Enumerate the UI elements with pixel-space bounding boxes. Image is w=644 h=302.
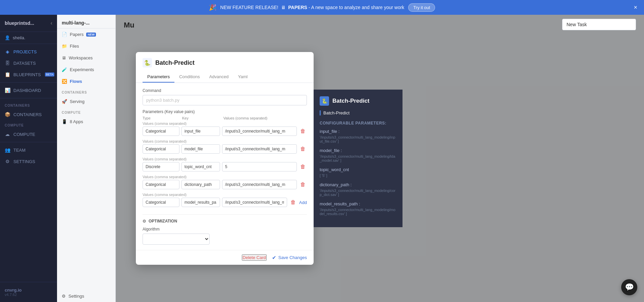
right-panel-python-icon: 🐍 bbox=[320, 96, 329, 106]
sidebar-item-datasets[interactable]: 🗄 DATASETS bbox=[0, 57, 57, 69]
optimization-collapse-icon: ⊙ bbox=[143, 219, 146, 223]
apps-label: 8 Apps bbox=[70, 119, 83, 124]
delete-card-button[interactable]: Delete Card bbox=[242, 254, 266, 261]
projects-icon: ◈ bbox=[5, 49, 10, 54]
dashboard-icon: 📊 bbox=[5, 88, 10, 93]
param-3-key-input[interactable] bbox=[181, 180, 220, 189]
param-row-3: Values (comma separated) CategoricalDisc… bbox=[143, 175, 307, 189]
second-sidebar-item-papers[interactable]: 📄 Papers NEW bbox=[57, 29, 115, 40]
param-3-type-select[interactable]: CategoricalDiscreteContinuous bbox=[143, 180, 179, 189]
config-param-0-name: input_file : bbox=[320, 129, 396, 134]
sidebar-label-datasets: DATASETS bbox=[13, 61, 36, 66]
param-3-delete-icon[interactable]: 🗑 bbox=[299, 181, 307, 188]
workspaces-icon: 🖥 bbox=[62, 55, 66, 60]
param-0-delete-icon[interactable]: 🗑 bbox=[299, 128, 307, 135]
param-row-0-values-label: Values (comma separated) bbox=[143, 121, 307, 125]
config-param-1-name: model_file : bbox=[320, 148, 396, 153]
sidebar-label-blueprints: BLUEPRINTS bbox=[13, 72, 41, 77]
sidebar-item-containers[interactable]: 📦 CONTAINERS bbox=[0, 109, 57, 120]
config-param-2-name: topic_word_cnt bbox=[320, 167, 396, 172]
sidebar-item-compute[interactable]: ☁ COMPUTE bbox=[0, 129, 57, 140]
config-param-2-value: [ '5' ] bbox=[320, 173, 396, 178]
chat-button[interactable]: 💬 bbox=[621, 279, 637, 295]
param-4-key-input[interactable] bbox=[181, 198, 220, 207]
optimization-section: ⊙ OPTIMIZATION Algorithm bbox=[143, 214, 307, 245]
param-4-val-input[interactable] bbox=[222, 198, 287, 207]
param-0-key-input[interactable] bbox=[181, 127, 220, 136]
param-row-2-values-label: Values (comma separated) bbox=[143, 157, 307, 161]
papers-label: Papers bbox=[70, 32, 84, 37]
param-row-4-values-label: Values (comma separated) bbox=[143, 193, 307, 197]
sidebar-item-settings[interactable]: ⚙ SETTINGS bbox=[0, 156, 57, 167]
param-1-delete-icon[interactable]: 🗑 bbox=[299, 145, 307, 153]
params-section: Parameters (Key value pairs) Type Key Va… bbox=[143, 109, 307, 210]
command-label: Command bbox=[143, 88, 307, 93]
tab-advanced[interactable]: Advanced bbox=[205, 71, 233, 83]
apps-icon: 📱 bbox=[62, 119, 67, 124]
param-1-type-select[interactable]: CategoricalDiscreteContinuous bbox=[143, 144, 179, 154]
main-content: Mu 🐍 Batch-Predict Parameters Conditions… bbox=[116, 15, 644, 302]
param-1-val-input[interactable] bbox=[222, 144, 297, 154]
modal-python-icon: 🐍 bbox=[143, 58, 152, 67]
project-name-header: multi-lang-... bbox=[57, 15, 115, 29]
sidebar-item-team[interactable]: 👥 TEAM bbox=[0, 144, 57, 156]
banner-try-button[interactable]: Try it out bbox=[408, 3, 435, 12]
right-panel: 🐍 Batch-Predict Batch-Predict Configurab… bbox=[314, 90, 402, 227]
second-sidebar-item-serving[interactable]: 🚀 Serving bbox=[57, 96, 115, 107]
modal-footer: Delete Card ✔ Save Changes bbox=[136, 250, 314, 265]
param-row-2: Values (comma separated) CategoricalDisc… bbox=[143, 157, 307, 171]
sidebar-collapse-icon[interactable]: ‹ bbox=[51, 20, 52, 26]
new-task-area: New Task Batch-Predict Train Evaluate bbox=[562, 19, 636, 30]
second-sidebar-item-files[interactable]: 📁 Files bbox=[57, 40, 115, 52]
second-sidebar-item-apps[interactable]: 📱 8 Apps bbox=[57, 116, 115, 128]
sidebar-brand: blueprintsd... ‹ bbox=[0, 15, 57, 32]
blueprints-icon: 📋 bbox=[5, 72, 10, 77]
params-scroll-area: Values (comma separated) CategoricalDisc… bbox=[143, 121, 307, 210]
param-row-3-values-label: Values (comma separated) bbox=[143, 175, 307, 179]
param-row-0-inputs: CategoricalDiscreteContinuous 🗑 bbox=[143, 127, 307, 136]
algorithm-select[interactable] bbox=[143, 234, 210, 245]
sidebar-item-projects[interactable]: ◈ PROJECTS bbox=[0, 46, 57, 57]
add-param-button[interactable]: Add bbox=[299, 200, 307, 205]
param-3-val-input[interactable] bbox=[222, 180, 297, 189]
param-row-0: Values (comma separated) CategoricalDisc… bbox=[143, 121, 307, 136]
papers-new-badge: NEW bbox=[86, 33, 96, 37]
config-param-4-name: model_results_path : bbox=[320, 201, 396, 206]
second-sidebar-item-experiments[interactable]: 🧪 Experiments bbox=[57, 64, 115, 76]
tab-parameters[interactable]: Parameters bbox=[143, 71, 174, 83]
second-sidebar-item-flows[interactable]: 🔀 Flows bbox=[57, 76, 115, 87]
right-panel-header: 🐍 Batch-Predict bbox=[320, 96, 396, 106]
second-sidebar-item-settings2[interactable]: ⚙ Settings bbox=[57, 290, 115, 302]
second-sidebar-item-workspaces[interactable]: 🖥 Workspaces bbox=[57, 52, 115, 64]
sidebar-bottom: cnvrg.io v4.7.62 bbox=[0, 282, 57, 302]
algorithm-label: Algorithm bbox=[143, 227, 307, 232]
left-sidebar: blueprintsd... ‹ 👤 sheila. ◈ PROJECTS 🗄 … bbox=[0, 15, 57, 302]
command-input[interactable] bbox=[143, 95, 307, 105]
param-4-type-select[interactable]: CategoricalDiscreteContinuous bbox=[143, 198, 179, 207]
right-panel-title: Batch-Predict bbox=[332, 98, 370, 104]
param-2-val-input[interactable] bbox=[222, 162, 297, 171]
sidebar-item-dashboard[interactable]: 📊 DASHBOARD bbox=[0, 85, 57, 96]
param-1-key-input[interactable] bbox=[181, 144, 220, 154]
right-panel-icon-emoji: 🐍 bbox=[322, 98, 327, 104]
section-compute: COMPUTE bbox=[57, 107, 115, 116]
chat-icon: 💬 bbox=[625, 283, 634, 292]
optimization-header[interactable]: ⊙ OPTIMIZATION bbox=[143, 219, 307, 223]
tab-yaml[interactable]: Yaml bbox=[233, 71, 252, 83]
param-4-delete-icon[interactable]: 🗑 bbox=[289, 199, 297, 206]
param-2-type-select[interactable]: CategoricalDiscreteContinuous bbox=[143, 162, 179, 171]
param-row-2-inputs: CategoricalDiscreteContinuous 🗑 bbox=[143, 162, 307, 171]
param-2-key-input[interactable] bbox=[181, 162, 220, 171]
param-row-1: Values (comma separated) CategoricalDisc… bbox=[143, 139, 307, 154]
new-task-select[interactable]: New Task Batch-Predict Train Evaluate bbox=[562, 19, 636, 30]
containers-icon: 📦 bbox=[5, 112, 10, 117]
param-0-type-select[interactable]: CategoricalDiscreteContinuous bbox=[143, 127, 179, 136]
save-changes-button[interactable]: ✔ Save Changes bbox=[272, 255, 307, 261]
tab-conditions[interactable]: Conditions bbox=[174, 71, 204, 83]
save-changes-label: Save Changes bbox=[278, 255, 307, 260]
sidebar-item-blueprints[interactable]: 📋 BLUEPRINTS BETA bbox=[0, 69, 57, 80]
param-2-delete-icon[interactable]: 🗑 bbox=[299, 163, 307, 170]
banner-close-button[interactable]: × bbox=[634, 4, 637, 11]
param-0-val-input[interactable] bbox=[222, 127, 297, 136]
config-param-3: dictionary_path : '/inputs/s3_connector/… bbox=[320, 182, 396, 197]
